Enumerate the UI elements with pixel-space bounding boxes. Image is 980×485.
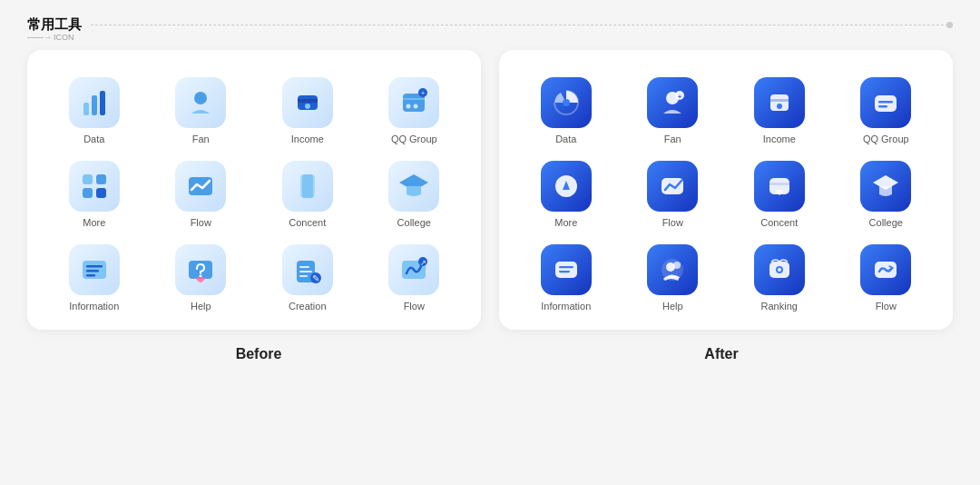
icon-item-ranking-after: Ranking	[730, 244, 828, 312]
icon-item-creation-before: ✎ Creation	[259, 244, 357, 312]
svg-rect-24	[86, 274, 95, 277]
footer: Before After	[0, 330, 980, 362]
icon-item-concent-before: Concent	[259, 161, 357, 228]
icon-label: College	[397, 217, 431, 228]
svg-rect-55	[559, 271, 570, 272]
before-panel: Data Fan	[27, 50, 481, 330]
icon-item-fan-after: + Fan	[624, 77, 722, 144]
header-title: 常用工具	[27, 16, 82, 34]
svg-rect-14	[96, 174, 106, 184]
svg-text:+: +	[678, 94, 681, 100]
svg-rect-0	[83, 103, 89, 115]
svg-point-9	[407, 104, 411, 109]
icon-item-college-after: College	[838, 161, 936, 228]
icon-label: Help	[191, 301, 211, 312]
svg-point-43	[777, 104, 782, 109]
icon-label: More	[554, 217, 577, 228]
icon-item-data-before: Data	[45, 77, 143, 144]
svg-text:✎: ✎	[312, 273, 319, 283]
svg-rect-28	[299, 266, 309, 268]
svg-point-6	[305, 104, 310, 109]
svg-rect-53	[555, 262, 577, 278]
svg-text:+: +	[421, 90, 425, 96]
icon-item-flow-after: Flow	[624, 161, 722, 228]
icon-item-concent-after: Concent	[730, 161, 828, 228]
icon-item-fan-before: Fan	[152, 77, 250, 144]
svg-rect-15	[83, 188, 93, 198]
after-icon-grid: Data + Fan	[517, 77, 935, 312]
svg-point-61	[778, 268, 781, 272]
icon-label: Flow	[662, 217, 683, 228]
svg-rect-2	[100, 91, 105, 115]
svg-rect-54	[559, 266, 573, 268]
svg-rect-5	[298, 99, 318, 103]
svg-rect-16	[96, 188, 106, 198]
icon-item-information-before: Information	[45, 244, 143, 312]
icon-label: Creation	[289, 301, 327, 312]
before-label: Before	[27, 346, 490, 362]
svg-rect-29	[299, 271, 312, 272]
svg-rect-1	[92, 95, 97, 115]
icon-item-flow2-after: Flow	[838, 244, 936, 312]
svg-rect-51	[769, 183, 789, 185]
icon-label: QQ Group	[391, 134, 437, 144]
icon-label: Income	[291, 134, 324, 144]
icon-item-help-before: Help	[152, 244, 250, 312]
icon-item-data-after: Data	[517, 77, 615, 144]
icon-label: Income	[763, 134, 796, 144]
svg-rect-42	[770, 99, 789, 102]
icon-label: Flow	[876, 301, 897, 312]
icon-item-more-after: More	[517, 161, 615, 228]
svg-point-10	[414, 104, 418, 109]
icon-label: Information	[69, 301, 119, 312]
svg-point-37	[563, 99, 570, 106]
icon-label: QQ Group	[863, 134, 909, 144]
svg-rect-23	[86, 270, 99, 272]
icon-label: Concent	[760, 217, 798, 228]
svg-rect-45	[878, 101, 893, 104]
icon-label: Flow	[191, 217, 211, 228]
svg-rect-13	[83, 174, 93, 184]
svg-rect-22	[86, 265, 103, 268]
main-content: Data Fan	[0, 41, 980, 330]
icon-item-college-before: College	[366, 161, 464, 228]
icon-label: Fan	[192, 134, 210, 144]
icon-item-qqgroup-after: QQ Group	[838, 77, 936, 144]
svg-rect-44	[875, 95, 897, 112]
icon-label: Data	[555, 134, 576, 144]
svg-rect-46	[878, 105, 887, 108]
icon-item-flow2-before: ↗ Flow	[366, 244, 464, 312]
icon-item-income-before: Income	[259, 77, 357, 144]
svg-text:↗: ↗	[420, 259, 426, 267]
icon-label: Flow	[404, 301, 425, 312]
icon-item-income-after: Income	[730, 77, 828, 144]
before-icon-grid: Data Fan	[45, 77, 463, 312]
svg-rect-19	[302, 174, 313, 198]
svg-point-58	[673, 262, 681, 269]
icon-item-information-after: Information	[517, 244, 615, 312]
icon-label: Ranking	[761, 301, 798, 312]
icon-item-flow-before: Flow	[152, 161, 250, 228]
icon-label: Concent	[289, 217, 326, 228]
icon-label: Data	[83, 134, 104, 144]
icon-label: College	[869, 217, 903, 228]
after-panel: Data + Fan	[499, 50, 953, 330]
header-line	[91, 25, 953, 25]
after-label: After	[490, 346, 953, 362]
icon-item-help-after: Help	[624, 244, 722, 312]
icon-item-more-before: More	[45, 161, 143, 228]
header: 常用工具	[0, 0, 980, 41]
icon-label: Help	[662, 301, 683, 312]
icon-item-qqgroup-before: + QQ Group	[366, 77, 464, 144]
icon-label: More	[83, 217, 105, 228]
icon-label: Fan	[664, 134, 681, 144]
icon-label: Information	[541, 301, 591, 312]
header-dot	[946, 22, 953, 28]
svg-rect-30	[299, 275, 308, 277]
svg-point-3	[194, 92, 207, 104]
header-subtitle: ——→ ICON	[27, 33, 74, 42]
